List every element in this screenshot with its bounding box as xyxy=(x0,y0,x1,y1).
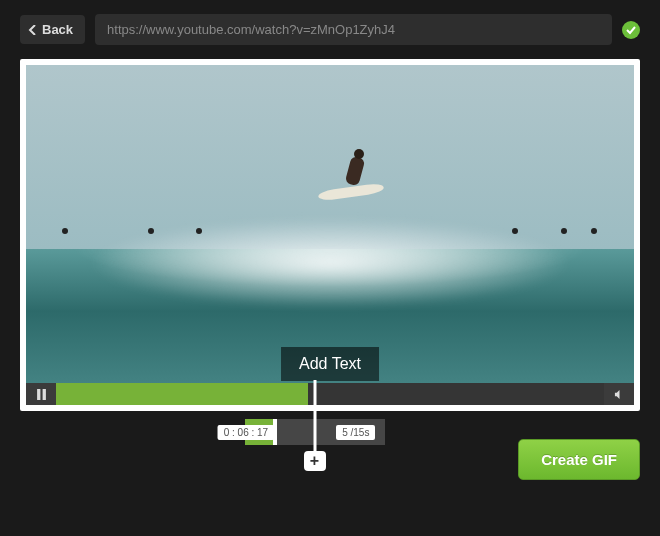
add-marker-button[interactable]: + xyxy=(304,451,326,471)
progress-fill xyxy=(56,383,308,405)
start-time-label: 0 : 06 : 17 xyxy=(218,425,274,440)
pause-button[interactable] xyxy=(26,383,56,405)
video-preview[interactable]: Add Text xyxy=(26,65,634,405)
top-bar: Back xyxy=(0,0,660,59)
svg-rect-1 xyxy=(42,389,45,400)
check-icon xyxy=(622,21,640,39)
volume-icon xyxy=(614,389,625,400)
create-gif-button[interactable]: Create GIF xyxy=(518,439,640,480)
add-text-button[interactable]: Add Text xyxy=(281,347,379,381)
pause-icon xyxy=(36,389,47,400)
url-input[interactable] xyxy=(95,14,612,45)
timeline: 0 : 06 : 17 5 /15s + Create GIF xyxy=(20,411,640,491)
chevron-left-icon xyxy=(28,25,38,35)
surfer-illustration xyxy=(318,153,378,213)
svg-rect-0 xyxy=(37,389,40,400)
video-panel: Add Text xyxy=(20,59,640,411)
back-label: Back xyxy=(42,22,73,37)
volume-button[interactable] xyxy=(604,383,634,405)
playhead-marker[interactable] xyxy=(313,380,316,452)
duration-label: 5 /15s xyxy=(336,425,375,440)
progress-bar[interactable] xyxy=(56,383,604,405)
back-button[interactable]: Back xyxy=(20,15,85,44)
video-controls xyxy=(26,383,634,405)
